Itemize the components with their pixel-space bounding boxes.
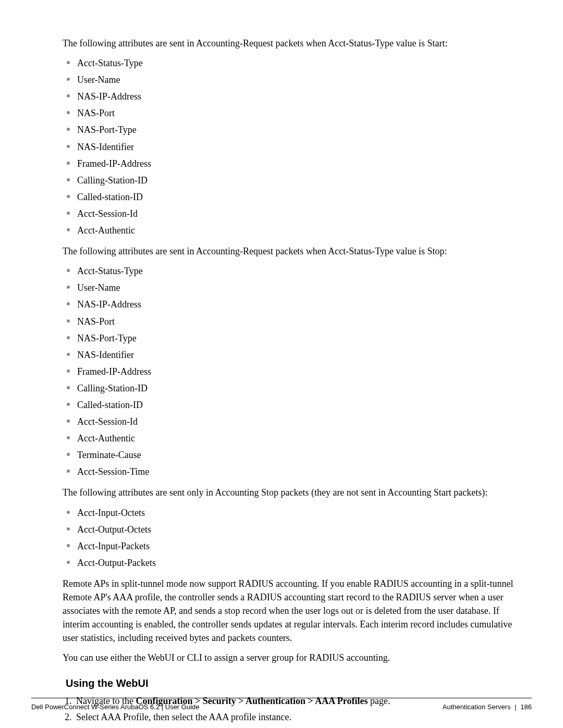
list-item: NAS-Port-Type — [63, 123, 524, 137]
document-page: The following attributes are sent in Acc… — [0, 0, 563, 728]
list-item: NAS-Port-Type — [63, 331, 524, 345]
list-item: NAS-Port — [63, 315, 524, 328]
list-item: NAS-IP-Address — [63, 298, 524, 311]
list-item: Acct-Input-Octets — [63, 506, 524, 520]
list-item: Calling-Station-ID — [63, 381, 524, 395]
list-item: Acct-Authentic — [63, 431, 524, 445]
footer-page-number: 186 — [520, 703, 532, 711]
list-item: User-Name — [63, 281, 524, 294]
paragraph-intro-only-stop: The following attributes are sent only i… — [63, 486, 524, 499]
list-item: Acct-Input-Packets — [63, 539, 524, 553]
page-footer: Dell PowerConnect W-Series ArubaOS 6.2 |… — [31, 698, 532, 712]
list-item: Acct-Session-Time — [63, 465, 524, 478]
list-item: Calling-Station-ID — [63, 174, 524, 187]
paragraph-intro-start: The following attributes are sent in Acc… — [63, 36, 524, 50]
paragraph-remote-aps: Remote APs in split-tunnel mode now supp… — [63, 577, 524, 645]
list-item: Called-station-ID — [63, 190, 524, 204]
footer-section: Authentication Servers — [443, 703, 511, 711]
list-item: Acct-Output-Octets — [63, 523, 524, 536]
list-item: Acct-Session-Id — [63, 207, 524, 220]
list-item: Acct-Status-Type — [63, 56, 524, 70]
list-item: Acct-Output-Packets — [63, 556, 524, 570]
list-item: NAS-Identifier — [63, 348, 524, 362]
footer-right: Authentication Servers | 186 — [443, 702, 532, 712]
list-item: Called-station-ID — [63, 398, 524, 412]
list-item: Acct-Status-Type — [63, 264, 524, 278]
list-stop-attributes: Acct-Status-Type User-Name NAS-IP-Addres… — [63, 264, 524, 478]
list-item: NAS-IP-Address — [63, 90, 524, 103]
list-start-attributes: Acct-Status-Type User-Name NAS-IP-Addres… — [63, 56, 524, 237]
paragraph-you-can-use: You can use either the WebUI or CLI to a… — [63, 651, 524, 664]
list-item: NAS-Port — [63, 106, 524, 120]
heading-using-webui: Using the WebUI — [66, 676, 524, 691]
list-item: Framed-IP-Address — [63, 157, 524, 170]
list-item: Acct-Authentic — [63, 224, 524, 237]
footer-divider: | — [515, 703, 516, 711]
list-item: Acct-Session-Id — [63, 415, 524, 428]
list-item: Framed-IP-Address — [63, 365, 524, 378]
list-item: Terminate-Cause — [63, 448, 524, 462]
list-only-stop-attributes: Acct-Input-Octets Acct-Output-Octets Acc… — [63, 506, 524, 570]
footer-left: Dell PowerConnect W-Series ArubaOS 6.2 |… — [31, 702, 200, 712]
paragraph-intro-stop: The following attributes are sent in Acc… — [63, 244, 524, 258]
list-item: User-Name — [63, 73, 524, 87]
list-item: NAS-Identifier — [63, 140, 524, 154]
